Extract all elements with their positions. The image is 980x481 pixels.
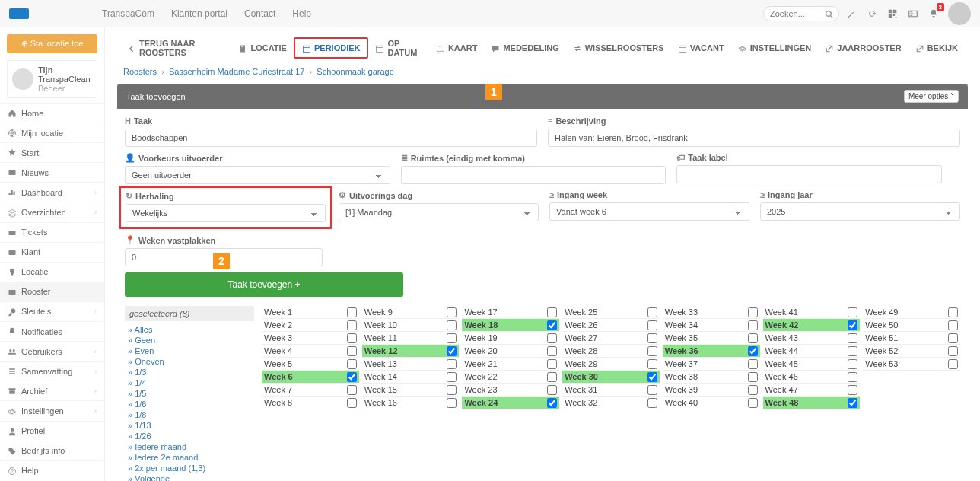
week-16-checkbox[interactable] — [447, 398, 457, 408]
label-input[interactable] — [676, 165, 942, 183]
week-31-checkbox[interactable] — [648, 385, 657, 395]
week-27-checkbox[interactable] — [648, 333, 657, 343]
week-6-checkbox[interactable] — [347, 372, 357, 382]
sidebar-item-profiel[interactable]: Profiel — [0, 421, 104, 441]
more-options-button[interactable]: Meer opties ˅ — [904, 90, 959, 103]
tab-terug-naar-roosters[interactable]: TERUG NAAR ROOSTERS — [120, 35, 231, 61]
sidebar-item-overzichten[interactable]: Overzichten› — [0, 202, 104, 221]
week-3-checkbox[interactable] — [347, 333, 357, 343]
week-37-checkbox[interactable] — [748, 359, 758, 369]
tab-locatie[interactable]: LOCATIE — [231, 39, 293, 56]
week-20-checkbox[interactable] — [547, 346, 557, 356]
sidebar-item-home[interactable]: Home — [0, 103, 104, 123]
user-box[interactable]: Tijn TranspaClean Beheer — [7, 60, 97, 98]
week-42-checkbox[interactable] — [848, 320, 858, 330]
start-year-select[interactable]: 2025 — [760, 202, 960, 221]
task-input[interactable] — [125, 129, 537, 147]
allow-location-button[interactable]: ⊕ Sta locatie toe — [7, 34, 97, 53]
refresh-icon[interactable] — [866, 8, 878, 20]
tab-vacant[interactable]: VACANT — [671, 39, 731, 56]
week-19-checkbox[interactable] — [547, 333, 557, 343]
week-36-checkbox[interactable] — [748, 346, 758, 356]
sel-link-3[interactable]: Oneven — [125, 356, 254, 367]
week-43-checkbox[interactable] — [848, 333, 858, 343]
week-26-checkbox[interactable] — [648, 320, 657, 330]
week-11-checkbox[interactable] — [447, 333, 457, 343]
week-48-checkbox[interactable] — [848, 398, 858, 408]
week-29-checkbox[interactable] — [648, 359, 657, 369]
tab-wisselroosters[interactable]: WISSELROOSTERS — [566, 39, 671, 56]
tab-kaart[interactable]: KAART — [429, 39, 485, 56]
user-avatar[interactable] — [948, 2, 971, 25]
week-44-checkbox[interactable] — [848, 346, 858, 356]
week-5-checkbox[interactable] — [347, 359, 357, 369]
week-53-checkbox[interactable] — [948, 359, 958, 369]
week-52-checkbox[interactable] — [948, 346, 958, 356]
sidebar-item-notificaties[interactable]: Notificaties — [0, 321, 104, 341]
sidebar-item-sleutels[interactable]: Sleutels› — [0, 301, 104, 321]
week-46-checkbox[interactable] — [848, 372, 858, 382]
week-24-checkbox[interactable] — [547, 398, 557, 408]
week-21-checkbox[interactable] — [547, 359, 557, 369]
sel-link-7[interactable]: 1/6 — [125, 399, 254, 409]
top-link-3[interactable]: Help — [292, 8, 311, 19]
sidebar-item-mijn-locatie[interactable]: Mijn locatie — [0, 123, 104, 142]
week-40-checkbox[interactable] — [748, 398, 758, 408]
week-39-checkbox[interactable] — [748, 385, 758, 395]
week-12-checkbox[interactable] — [447, 346, 457, 356]
week-4-checkbox[interactable] — [347, 346, 357, 356]
tab-periodiek[interactable]: PERIODIEK — [294, 37, 369, 58]
week-9-checkbox[interactable] — [447, 307, 457, 317]
sidebar-item-nieuws[interactable]: Nieuws — [0, 162, 104, 182]
notifications-icon[interactable]: 3 — [928, 8, 940, 20]
crumb-roosters[interactable]: Roosters — [123, 67, 157, 76]
top-link-1[interactable]: Klanten portal — [171, 8, 228, 19]
top-link-2[interactable]: Contact — [244, 8, 275, 19]
day-select[interactable]: [1] Maandag — [339, 203, 539, 221]
week-47-checkbox[interactable] — [848, 385, 858, 395]
week-15-checkbox[interactable] — [447, 385, 457, 395]
week-32-checkbox[interactable] — [648, 398, 657, 408]
week-25-checkbox[interactable] — [648, 307, 657, 317]
week-30-checkbox[interactable] — [648, 372, 657, 382]
tab-instellingen[interactable]: INSTELLINGEN — [731, 39, 819, 56]
top-link-0[interactable]: TranspaCom — [102, 8, 154, 19]
week-18-checkbox[interactable] — [547, 320, 557, 330]
sel-link-14[interactable]: Volgende — [125, 473, 254, 481]
qr-icon[interactable] — [886, 8, 899, 20]
sel-link-10[interactable]: 1/26 — [125, 431, 254, 441]
lang-icon[interactable] — [907, 8, 919, 20]
crumb-task[interactable]: Schoonmaak garage — [317, 67, 394, 76]
sidebar-item-tickets[interactable]: Tickets — [0, 222, 104, 242]
week-35-checkbox[interactable] — [748, 333, 758, 343]
week-38-checkbox[interactable] — [748, 372, 758, 382]
sel-link-9[interactable]: 1/13 — [125, 420, 254, 431]
sel-link-12[interactable]: Iedere 2e maand — [125, 452, 254, 463]
week-23-checkbox[interactable] — [547, 385, 557, 395]
week-49-checkbox[interactable] — [948, 307, 958, 317]
week-34-checkbox[interactable] — [748, 320, 758, 330]
sidebar-item-klant[interactable]: Klant — [0, 242, 104, 262]
sel-link-4[interactable]: 1/3 — [125, 367, 254, 377]
sidebar-item-samenvatting[interactable]: Samenvatting› — [0, 361, 104, 381]
week-45-checkbox[interactable] — [848, 359, 858, 369]
sidebar-item-dashboard[interactable]: Dashboard› — [0, 182, 104, 202]
tab-mededeling[interactable]: MEDEDELING — [484, 39, 565, 56]
week-41-checkbox[interactable] — [848, 307, 858, 317]
sidebar-item-help[interactable]: Help — [0, 460, 104, 480]
start-week-select[interactable]: Vanaf week 6 — [549, 202, 749, 221]
sel-link-1[interactable]: Geen — [125, 335, 254, 346]
sidebar-item-bedrijfs-info[interactable]: Bedrijfs info — [0, 441, 104, 460]
week-33-checkbox[interactable] — [748, 307, 758, 317]
week-8-checkbox[interactable] — [347, 398, 357, 408]
sidebar-item-start[interactable]: Start — [0, 142, 104, 162]
crumb-location[interactable]: Sassenheim Madame Curiestraat 17 — [169, 67, 305, 76]
sidebar-item-locatie[interactable]: Locatie — [0, 262, 104, 282]
sel-link-11[interactable]: Iedere maand — [125, 441, 254, 452]
week-50-checkbox[interactable] — [948, 320, 958, 330]
sel-link-13[interactable]: 2x per maand (1,3) — [125, 463, 254, 473]
sel-link-0[interactable]: Alles — [125, 324, 254, 335]
week-22-checkbox[interactable] — [547, 372, 557, 382]
sidebar-item-gebruikers[interactable]: Gebruikers› — [0, 341, 104, 361]
week-2-checkbox[interactable] — [347, 320, 357, 330]
